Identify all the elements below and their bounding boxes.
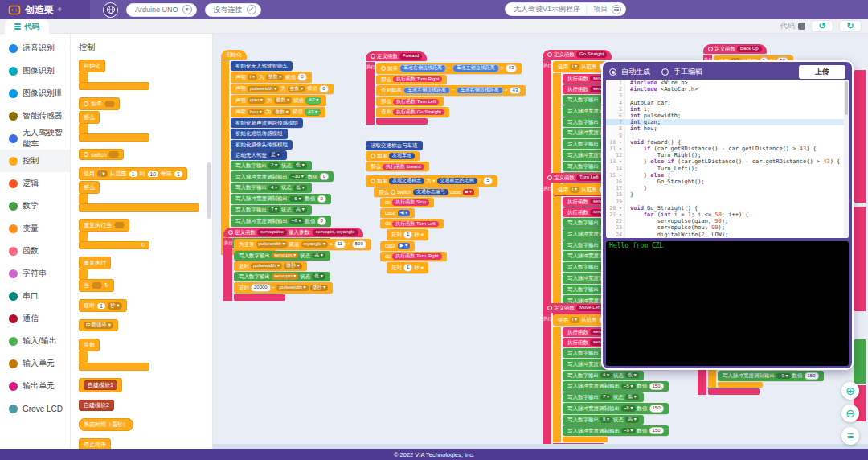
variable-chip[interactable]: 整数 ▾ — [274, 97, 293, 104]
dropdown-chip[interactable]: 8 ▾ — [600, 417, 612, 423]
block-row[interactable]: 写入数字输出7 ▾状态低 ▾ — [563, 392, 644, 402]
palette-scrollbar[interactable] — [207, 162, 211, 219]
project-list-icon[interactable] — [612, 5, 621, 14]
dropdown-chip[interactable]: 低 ▾ — [625, 394, 639, 400]
sidebar-item[interactable]: 函数 — [0, 240, 70, 262]
break-dropdown[interactable]: 中断循环 ▾ — [84, 322, 113, 329]
partial-stack-sliver[interactable] — [854, 70, 866, 203]
sidebar-item[interactable]: 串口 — [0, 285, 70, 307]
variable-chip[interactable]: qian ▾ — [248, 97, 265, 104]
dropdown-chip[interactable]: 低 ▾ — [293, 162, 307, 169]
zoom-in-button[interactable]: ⊕ — [841, 382, 859, 400]
variable-chip[interactable]: 整数 ▾ — [288, 86, 306, 92]
sidebar-item[interactable]: 逻辑 — [0, 172, 70, 195]
palette-block-repeat-while[interactable]: 重复执行当 ↻ — [79, 219, 212, 249]
code-editor[interactable]: 1#include <Wire.h>2#include <AutoCar.h>3… — [606, 80, 849, 238]
sidebar-item[interactable]: 语音识别 — [0, 37, 70, 60]
workspace-canvas[interactable]: 初始化 初始化无人驾驶智能车声明i ▾为整数 ▾赋值0声明pulsewidth … — [213, 34, 868, 449]
block-row[interactable]: do执行函数 Turn Right — [380, 252, 447, 261]
value-oval[interactable]: 1 — [403, 231, 412, 239]
palette-block-repeat-until[interactable]: 重复执行 当↻ — [79, 257, 212, 292]
define-hat-block[interactable]: 定义函数Foward — [366, 51, 427, 61]
tab-code[interactable]: 代码 — [5, 19, 49, 34]
palette-block-switch[interactable]: switch — [79, 149, 212, 160]
block-row[interactable]: 那么switch交通标志编号case■ ▾ — [374, 187, 479, 197]
sidebar-item[interactable]: Grove LCD — [0, 397, 70, 420]
palette-block-for[interactable]: 使用j ▾从范围1到10每隔1 那么 — [79, 167, 212, 212]
dropdown-chip[interactable]: 高 ▾ — [293, 207, 307, 213]
var-dropdown[interactable]: j ▾ — [97, 170, 108, 177]
code-toggle[interactable]: 代码 — [780, 21, 805, 31]
block-row[interactable]: 如果发现交通标志为 ▾交通标志的比例>5 — [366, 175, 497, 187]
undo-button[interactable]: ↺ — [811, 20, 833, 32]
block-row[interactable]: 写入脉冲宽度调制输出~9 ▾数值150 — [563, 425, 669, 437]
define-hat-block[interactable]: 定义函数Turn Left — [542, 173, 607, 183]
variable-chip[interactable]: 整数 ▾ — [272, 109, 291, 116]
palette-block-systime[interactable]: 系统时间（毫秒） — [79, 418, 212, 431]
sign-dropdown[interactable]: ▶ ▾ — [398, 243, 410, 249]
block-row[interactable]: 写入脉冲宽度调制输出~9 ▾数值150 — [718, 371, 824, 382]
value-oval[interactable]: 0 — [320, 173, 329, 181]
variable-chip[interactable]: pulsewidth ▾ — [251, 263, 282, 269]
variable-chip[interactable]: i ▾ — [570, 187, 579, 193]
palette-block-if[interactable]: 如果 那么 — [79, 97, 212, 142]
block-row[interactable]: 写入数字输出servopin ▾状态高 ▾ — [234, 251, 330, 261]
project-pill[interactable]: 无人驾驶V1示例程序 │ 项目 — [505, 2, 626, 16]
block-row[interactable]: 声明qian ▾为整数 ▾赋值A2 ▾ — [231, 95, 326, 106]
sidebar-item[interactable]: 图像识别 — [0, 60, 70, 82]
value-oval[interactable]: 5 — [483, 177, 492, 185]
variable-chip[interactable]: 整数 ▾ — [266, 74, 285, 80]
value-oval[interactable]: 150 — [805, 372, 819, 380]
dropdown-chip[interactable]: 4 ▾ — [268, 185, 280, 191]
sidebar-item[interactable]: 通信 — [0, 307, 70, 330]
block-row[interactable]: 写入数字输出4 ▾状态低 ▾ — [563, 371, 644, 380]
block-row[interactable]: 写入脉冲宽度调制输出~10 ▾数值0 — [231, 171, 334, 183]
palette-block-delay[interactable]: 延时1秒 ▾ — [79, 299, 212, 312]
dropdown-chip[interactable]: 高 ▾ — [312, 253, 326, 259]
dropdown-chip[interactable]: 是 ▾ — [268, 152, 282, 158]
dropdown-chip[interactable]: 高 ▾ — [625, 417, 639, 423]
block-row[interactable]: 否则如果车道左侧边线距离−车道右侧边线距离>43 — [376, 85, 526, 97]
sign-dropdown[interactable]: ■ ▾ — [463, 189, 474, 195]
block-row[interactable]: case▶ ▾ — [380, 241, 415, 251]
block-row[interactable]: 写入数字输出servopin ▾状态低 ▾ — [234, 272, 330, 281]
define-hat-block[interactable]: 定义函数Move Left — [542, 303, 608, 313]
block-row[interactable]: 启动无人驾驶是 ▾ — [231, 150, 287, 160]
palette-block-custom2[interactable]: 自建模块2 — [79, 400, 212, 411]
value-oval[interactable]: 150 — [649, 383, 664, 391]
variable-chip[interactable]: servopin ▾ — [272, 273, 298, 280]
dropdown-chip[interactable]: ~5 ▾ — [289, 196, 304, 203]
block-row[interactable]: 否则执行函数 Go Straight — [376, 107, 449, 117]
block-row[interactable]: 延时1秒 ▾ — [387, 262, 428, 273]
palette-block-custom1[interactable]: 自建模块1 — [79, 378, 212, 392]
palette-block-stop[interactable]: 停止程序 — [79, 438, 212, 449]
block-row[interactable]: 写入脉冲宽度调制输出~6 ▾数值150 — [563, 403, 669, 414]
manual-edit-label[interactable]: 手工编辑 — [674, 67, 702, 77]
variable-chip[interactable]: myangle ▾ — [301, 241, 328, 248]
sidebar-item[interactable]: 图像识别III — [0, 82, 70, 105]
board-select[interactable]: Arduino UNO ▾ — [126, 3, 197, 17]
sidebar-item[interactable]: 智能传感器 — [0, 105, 70, 127]
block-row[interactable]: 如果发现车道 — [366, 151, 420, 161]
value-oval[interactable]: 150 — [649, 427, 664, 435]
zoom-out-button[interactable]: ⊖ — [841, 405, 859, 422]
dropdown-chip[interactable]: 低 ▾ — [293, 185, 307, 191]
block-row[interactable]: 写入脉冲宽度调制输出~5 ▾数值0 — [231, 194, 331, 205]
block-row[interactable]: 初始化巡线传感模组 — [231, 129, 288, 138]
language-globe-button[interactable] — [103, 2, 118, 18]
unit-dropdown[interactable]: 秒 ▾ — [108, 302, 122, 310]
dropdown-chip[interactable]: 7 ▾ — [268, 207, 280, 213]
dropdown-chip[interactable]: ~5 ▾ — [621, 384, 636, 390]
dropdown-chip[interactable]: 微秒 ▾ — [310, 285, 329, 291]
sidebar-item[interactable]: 无人驾驶智能车 — [0, 127, 70, 150]
dropdown-chip[interactable]: 低 ▾ — [312, 273, 326, 280]
code-scrollbar[interactable] — [844, 80, 849, 238]
variable-chip[interactable]: pulsewidth ▾ — [248, 86, 279, 92]
block-row[interactable]: 那么执行函数 Turn Right — [376, 75, 447, 84]
block-row[interactable]: 声明pulsewidth ▾为整数 ▾赋值0 — [231, 84, 334, 95]
value-oval[interactable]: 43 — [506, 64, 518, 72]
dropdown-chip[interactable]: 7 ▾ — [600, 394, 612, 400]
block-row[interactable]: 写入脉冲宽度调制输出~6 ▾数值0 — [231, 216, 331, 227]
block-row[interactable]: 初始化摄像头传感模组 — [231, 140, 293, 150]
value-oval[interactable]: 0 — [297, 73, 306, 81]
